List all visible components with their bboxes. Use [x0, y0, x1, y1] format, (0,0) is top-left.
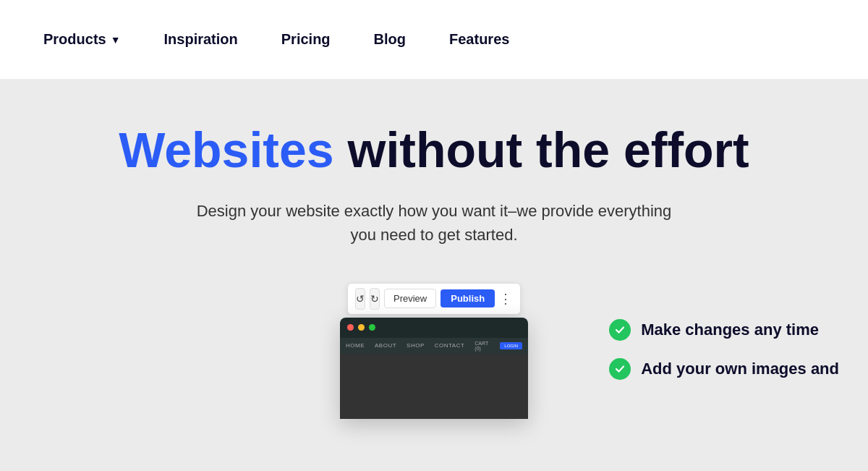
more-options-button[interactable]: ⋮	[499, 291, 513, 307]
nav-label-products: Products	[43, 31, 106, 48]
editor-area: ↺ ↻ Preview Publish ⋮ HOME	[29, 283, 839, 419]
browser-nav-right: CART (0) LOGIN	[475, 341, 522, 351]
editor-toolbar: ↺ ↻ Preview Publish ⋮	[347, 283, 521, 315]
nav-item-products[interactable]: Products ▼	[43, 31, 121, 48]
nav-label-features: Features	[449, 31, 509, 48]
browser-traffic-lights	[340, 318, 528, 338]
maximize-dot	[369, 324, 375, 331]
nav-item-pricing[interactable]: Pricing	[281, 31, 331, 48]
hero-subtitle: Design your website exactly how you want…	[188, 199, 680, 247]
preview-button[interactable]: Preview	[384, 289, 436, 308]
undo-button[interactable]: ↺	[355, 288, 365, 310]
nav-item-features[interactable]: Features	[449, 31, 509, 48]
editor-container: ↺ ↻ Preview Publish ⋮ HOME	[260, 283, 608, 419]
nav-item-blog[interactable]: Blog	[374, 31, 406, 48]
nav-label-pricing: Pricing	[281, 31, 331, 48]
hero-section: Websites without the effort Design your …	[0, 80, 868, 471]
feature-item-add-images: Add your own images and	[609, 358, 839, 380]
browser-nav-bar: HOME ABOUT SHOP CONTACT CART (0) LOGIN	[340, 338, 528, 354]
browser-nav-shop: SHOP	[407, 342, 425, 349]
check-icon-make-changes	[609, 319, 631, 341]
chevron-down-icon: ▼	[111, 34, 121, 46]
hero-title: Websites without the effort	[119, 123, 749, 177]
close-dot	[347, 324, 354, 331]
browser-nav-home: HOME	[346, 342, 365, 349]
feature-item-make-changes: Make changes any time	[609, 319, 839, 341]
browser-mockup: HOME ABOUT SHOP CONTACT CART (0) LOGIN	[340, 318, 528, 419]
feature-text-add-images: Add your own images and	[641, 360, 839, 378]
publish-button[interactable]: Publish	[441, 289, 495, 307]
features-list: Make changes any time Add your own image…	[609, 319, 839, 380]
nav-item-inspiration[interactable]: Inspiration	[164, 31, 238, 48]
feature-text-make-changes: Make changes any time	[641, 321, 819, 339]
browser-nav-about: ABOUT	[375, 342, 396, 349]
hero-title-highlight: Websites	[119, 122, 333, 177]
minimize-dot	[358, 324, 365, 331]
navbar: Products ▼ Inspiration Pricing Blog Feat…	[0, 0, 868, 80]
browser-nav-contact: CONTACT	[435, 342, 465, 349]
nav-label-inspiration: Inspiration	[164, 31, 238, 48]
login-button: LOGIN	[500, 342, 522, 349]
check-icon-add-images	[609, 358, 631, 380]
cart-label: CART (0)	[475, 341, 494, 351]
redo-button[interactable]: ↻	[370, 288, 380, 310]
browser-content-area	[340, 354, 528, 419]
nav-label-blog: Blog	[374, 31, 406, 48]
hero-title-rest: without the effort	[334, 122, 749, 177]
